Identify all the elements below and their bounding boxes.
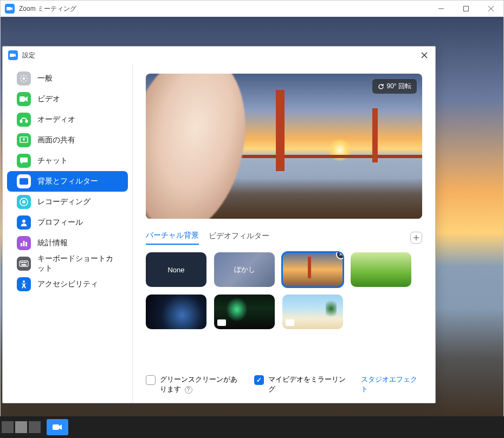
video-preview: 90° 回転	[146, 74, 422, 219]
sidebar-item-audio[interactable]: オーディオ	[7, 109, 128, 130]
taskbar-item[interactable]	[15, 421, 27, 433]
svg-rect-30	[53, 424, 59, 430]
svg-point-25	[25, 262, 26, 263]
sidebar-item-stats[interactable]: 統計情報	[7, 233, 128, 253]
background-icon	[17, 174, 31, 188]
sidebar-item-profile[interactable]: プロフィール	[7, 212, 128, 233]
sidebar-item-label: 背景とフィルター	[37, 176, 98, 186]
sidebar-item-label: オーディオ	[37, 115, 75, 125]
background-thumb-blur[interactable]: ぼかし	[214, 252, 275, 287]
record-icon	[17, 195, 31, 209]
background-thumb-beach[interactable]	[282, 295, 343, 329]
settings-titlebar: 設定	[3, 47, 435, 64]
background-thumb-none[interactable]: None	[146, 252, 206, 287]
mirror-label: マイビデオをミラーリング	[268, 375, 350, 394]
profile-icon	[17, 215, 31, 230]
window-controls	[429, 1, 503, 17]
mirror-checkbox[interactable]: マイビデオをミラーリング	[254, 375, 350, 394]
video-badge-icon	[217, 319, 226, 326]
sidebar-item-accessibility[interactable]: アクセシビリティ	[7, 274, 128, 295]
add-background-button[interactable]	[410, 232, 422, 244]
tab-video-filter[interactable]: ビデオフィルター	[209, 231, 269, 244]
video-icon	[17, 92, 31, 106]
studio-effects-link[interactable]: スタジオエフェクト	[361, 375, 422, 394]
tab-bar: バーチャル背景ビデオフィルター	[146, 231, 422, 245]
sidebar-item-label: チャット	[37, 156, 68, 166]
green-screen-checkbox[interactable]: グリーンスクリーンがあります ?	[146, 375, 243, 394]
sidebar-item-gear[interactable]: 一般	[7, 68, 128, 89]
sidebar-item-label: 一般	[37, 74, 53, 83]
audio-icon	[17, 113, 31, 127]
sidebar-item-label: プロフィール	[37, 218, 83, 227]
rotate-button[interactable]: 90° 回転	[372, 79, 417, 94]
sidebar-item-label: ビデオ	[37, 94, 60, 104]
svg-rect-20	[25, 242, 27, 246]
sidebar-item-label: キーボードショートカット	[37, 254, 118, 273]
svg-point-23	[22, 262, 23, 263]
svg-point-24	[24, 262, 24, 263]
video-badge-icon	[286, 319, 294, 326]
svg-rect-5	[10, 54, 14, 57]
settings-sidebar: 一般ビデオオーディオ画面の共有チャット背景とフィルターレコーディングプロフィール…	[3, 64, 133, 403]
zoom-app-icon	[8, 50, 18, 60]
background-thumb-earth[interactable]	[146, 295, 206, 329]
sidebar-item-keyboard[interactable]: キーボードショートカット	[7, 253, 128, 274]
svg-rect-0	[7, 7, 11, 10]
tab-virtual-background[interactable]: バーチャル背景	[146, 231, 199, 245]
sidebar-item-record[interactable]: レコーディング	[7, 192, 128, 212]
svg-rect-9	[20, 96, 25, 102]
background-thumb-bridge[interactable]: ✕	[282, 252, 343, 287]
settings-window: 設定 一般ビデオオーディオ画面の共有チャット背景とフィルターレコーディングプロフ…	[2, 46, 436, 403]
accessibility-icon	[17, 277, 31, 291]
minimize-button[interactable]	[429, 1, 454, 17]
svg-rect-18	[21, 243, 22, 246]
taskbar	[0, 416, 504, 438]
svg-point-27	[23, 280, 25, 283]
taskbar-item[interactable]	[29, 421, 41, 433]
chat-icon	[17, 154, 31, 168]
taskbar-item[interactable]	[2, 421, 14, 433]
settings-pane: 90° 回転 バーチャル背景ビデオフィルター Noneぼかし✕ グリーンスクリー…	[133, 64, 435, 403]
stats-icon	[17, 236, 31, 250]
svg-rect-19	[23, 241, 25, 246]
sidebar-item-label: レコーディング	[37, 197, 91, 207]
screen-icon	[17, 133, 31, 147]
svg-point-8	[23, 77, 25, 80]
background-thumb-grass[interactable]	[351, 252, 411, 287]
remove-background-icon[interactable]: ✕	[336, 252, 343, 259]
zoom-app-icon	[5, 4, 15, 14]
svg-point-22	[21, 262, 21, 263]
taskbar-zoom-icon[interactable]	[47, 419, 68, 435]
svg-point-17	[22, 220, 25, 223]
settings-title: 設定	[22, 51, 35, 60]
sidebar-item-label: アクセシビリティ	[37, 279, 98, 289]
help-icon[interactable]: ?	[185, 386, 192, 394]
sidebar-item-label: 統計情報	[37, 238, 68, 248]
svg-rect-10	[21, 120, 22, 122]
sidebar-item-screen[interactable]: 画面の共有	[7, 130, 128, 151]
background-thumbnails: Noneぼかし✕	[146, 252, 422, 329]
svg-rect-2	[464, 6, 469, 11]
settings-footer: グリーンスクリーンがあります ? マイビデオをミラーリング スタジオエフェクト	[146, 364, 422, 394]
sidebar-item-video[interactable]: ビデオ	[7, 89, 128, 109]
rotate-label: 90° 回転	[387, 82, 411, 91]
svg-rect-26	[22, 265, 26, 265]
svg-point-14	[23, 180, 25, 182]
main-titlebar: Zoom ミーティング	[1, 1, 503, 17]
svg-point-16	[22, 200, 25, 204]
close-button[interactable]	[479, 1, 503, 17]
close-icon[interactable]	[419, 50, 430, 61]
sidebar-item-chat[interactable]: チャット	[7, 151, 128, 171]
svg-rect-11	[26, 120, 28, 122]
sidebar-item-label: 画面の共有	[37, 135, 75, 145]
background-thumb-aurora[interactable]	[214, 295, 275, 329]
sidebar-item-background[interactable]: 背景とフィルター	[7, 171, 128, 192]
keyboard-icon	[17, 257, 31, 271]
green-screen-label: グリーンスクリーンがあります	[160, 375, 237, 393]
gear-icon	[17, 71, 31, 86]
maximize-button[interactable]	[454, 1, 479, 17]
main-window-title: Zoom ミーティング	[19, 4, 76, 14]
